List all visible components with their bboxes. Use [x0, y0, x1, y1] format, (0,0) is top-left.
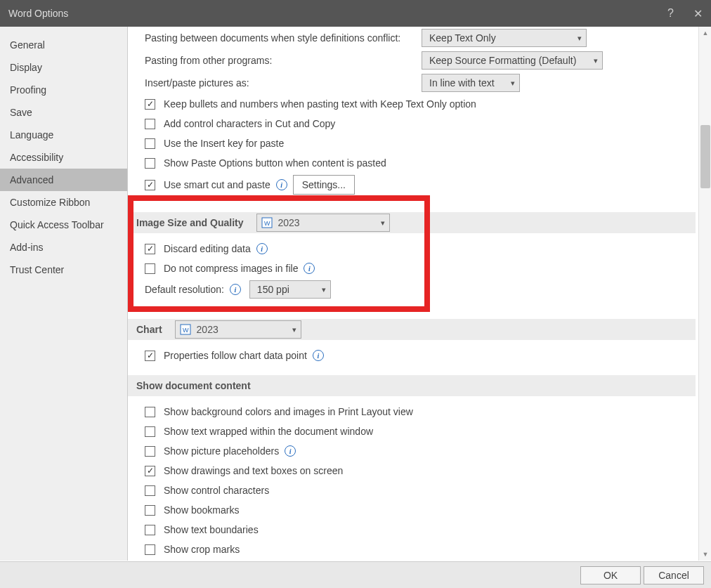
ok-button[interactable]: OK — [580, 566, 641, 584]
sidebar: General Display Proofing Save Language A… — [0, 27, 128, 561]
control-chars-checkbox[interactable] — [145, 485, 155, 496]
info-icon[interactable] — [313, 350, 324, 361]
show-paste-options-label: Show Paste Options button when content i… — [164, 157, 386, 169]
add-control-chars-checkbox[interactable] — [145, 119, 155, 129]
drawings-checkbox[interactable] — [145, 466, 155, 476]
image-quality-section-title: Image Size and Quality — [136, 217, 244, 228]
crop-marks-label: Show crop marks — [164, 544, 240, 555]
smart-cut-paste-checkbox[interactable] — [145, 180, 155, 190]
smart-cut-paste-label: Use smart cut and paste — [164, 179, 270, 190]
settings-button[interactable]: Settings... — [293, 175, 355, 195]
show-document-content-header: Show document content — [128, 375, 696, 396]
svg-text:W: W — [183, 327, 189, 334]
use-insert-key-label: Use the Insert key for paste — [164, 138, 284, 149]
sidebar-item-general[interactable]: General — [0, 34, 127, 56]
sidebar-item-save[interactable]: Save — [0, 101, 127, 124]
show-document-content-title: Show document content — [136, 380, 251, 391]
help-button[interactable]: ? — [667, 7, 674, 20]
control-chars-label: Show control characters — [164, 485, 269, 496]
info-icon[interactable] — [304, 263, 315, 274]
no-compress-label: Do not compress images in file — [164, 263, 298, 274]
drawings-label: Show drawings and text boxes on screen — [164, 465, 343, 476]
no-compress-checkbox[interactable] — [145, 263, 155, 274]
scroll-up-arrow[interactable]: ▲ — [699, 27, 711, 39]
sidebar-item-accessibility[interactable]: Accessibility — [0, 146, 127, 169]
info-icon[interactable] — [285, 445, 296, 457]
sidebar-item-language[interactable]: Language — [0, 124, 127, 146]
keep-bullets-label: Keep bullets and numbers when pasting te… — [164, 98, 476, 110]
default-resolution-label: Default resolution: — [145, 284, 224, 295]
vertical-scrollbar[interactable]: ▲ ▼ — [698, 27, 711, 561]
pasting-from-dropdown[interactable]: Keep Source Formatting (Default) — [422, 51, 603, 70]
sidebar-item-addins[interactable]: Add-ins — [0, 236, 127, 259]
chart-section-header: Chart W 2023 — [128, 319, 696, 340]
text-wrapped-label: Show text wrapped within the document wi… — [164, 426, 373, 437]
info-icon[interactable] — [256, 243, 268, 254]
keep-bullets-checkbox[interactable] — [145, 99, 155, 110]
sidebar-item-trust-center[interactable]: Trust Center — [0, 259, 127, 281]
discard-editing-data-checkbox[interactable] — [145, 244, 155, 254]
pasting-between-dropdown[interactable]: Keep Text Only — [422, 29, 587, 47]
text-boundaries-label: Show text boundaries — [164, 524, 259, 535]
insert-paste-label: Insert/paste pictures as: — [145, 77, 416, 89]
properties-follow-checkbox[interactable] — [145, 351, 155, 361]
picture-placeholders-label: Show picture placeholders — [164, 445, 279, 457]
discard-editing-data-label: Discard editing data — [164, 243, 251, 254]
add-control-chars-label: Add control characters in Cut and Copy — [164, 118, 335, 129]
svg-text:W: W — [264, 220, 270, 227]
scroll-thumb[interactable] — [700, 125, 710, 188]
pasting-between-label: Pasting between documents when style def… — [145, 32, 416, 44]
cancel-button[interactable]: Cancel — [644, 566, 704, 584]
image-quality-section-header: Image Size and Quality W 2023 — [128, 212, 696, 233]
window-title: Word Options — [8, 8, 68, 19]
info-icon[interactable] — [230, 284, 241, 295]
word-icon: W — [261, 217, 273, 228]
word-icon: W — [180, 324, 191, 335]
info-icon[interactable] — [276, 179, 287, 190]
image-quality-doc-dropdown[interactable]: W 2023 — [256, 214, 390, 232]
text-wrapped-checkbox[interactable] — [145, 426, 155, 437]
insert-paste-dropdown[interactable]: In line with text — [422, 74, 520, 92]
show-paste-options-checkbox[interactable] — [145, 158, 155, 169]
use-insert-key-checkbox[interactable] — [145, 138, 155, 149]
default-resolution-dropdown[interactable]: 150 ppi — [249, 280, 331, 299]
sidebar-item-quick-access[interactable]: Quick Access Toolbar — [0, 214, 127, 236]
bookmarks-label: Show bookmarks — [164, 504, 239, 516]
text-boundaries-checkbox[interactable] — [145, 525, 155, 535]
content-pane: Pasting between documents when style def… — [128, 27, 711, 561]
sidebar-item-proofing[interactable]: Proofing — [0, 79, 127, 101]
chart-section-title: Chart — [136, 324, 162, 335]
properties-follow-label: Properties follow chart data point — [164, 350, 307, 361]
titlebar: Word Options ? ✕ — [0, 0, 711, 27]
pasting-from-label: Pasting from other programs: — [145, 55, 416, 66]
bg-colors-label: Show background colors and images in Pri… — [164, 406, 413, 417]
sidebar-item-display[interactable]: Display — [0, 56, 127, 79]
bookmarks-checkbox[interactable] — [145, 505, 155, 516]
chart-doc-dropdown[interactable]: W 2023 — [175, 320, 301, 339]
sidebar-item-customize-ribbon[interactable]: Customize Ribbon — [0, 191, 127, 214]
dialog-footer: OK Cancel — [0, 561, 711, 588]
sidebar-item-advanced[interactable]: Advanced — [0, 169, 127, 191]
close-button[interactable]: ✕ — [693, 7, 703, 20]
bg-colors-checkbox[interactable] — [145, 407, 155, 417]
crop-marks-checkbox[interactable] — [145, 544, 155, 555]
scroll-down-arrow[interactable]: ▼ — [699, 548, 711, 561]
picture-placeholders-checkbox[interactable] — [145, 446, 155, 457]
